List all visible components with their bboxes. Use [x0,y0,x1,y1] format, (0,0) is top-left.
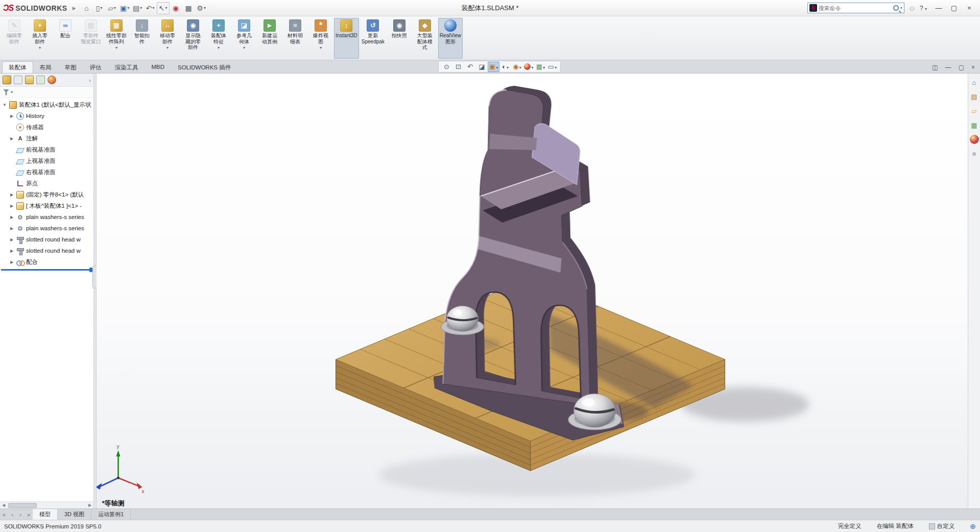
tree-horizontal-scrollbar[interactable]: ◀ ▶ [0,501,93,509]
rollback-bar[interactable] [1,269,91,271]
tree-item[interactable]: ▶ [ 木板^装配体1 ]<1> - [0,200,93,211]
ribbon-button[interactable]: 编辑零 部件 [2,18,27,59]
menu-expand-icon[interactable]: ▶ [73,6,76,11]
tree-item[interactable]: ▶ plain washers-s series [0,211,93,223]
feature-manager-tab[interactable] [25,76,34,84]
tree-item[interactable]: 前视基准面 [0,144,93,155]
dropdown-arrow-icon[interactable] [555,63,557,70]
tree-item[interactable]: ▶ plain washers-s series [0,223,93,234]
task-pane-button[interactable]: ≡ [970,149,979,158]
tree-item[interactable]: 右视基准面 [0,166,93,178]
window-control-button[interactable]: ▢ [946,2,962,15]
hud-button[interactable]: ● [523,62,535,72]
search-dropdown-icon[interactable]: ▾ [900,6,902,10]
search-input[interactable] [819,5,892,11]
doc-window-control[interactable]: — [945,64,951,71]
user-account-icon[interactable]: ☺ [909,4,916,12]
command-tab[interactable]: 草图 [58,61,83,73]
ribbon-button[interactable]: 材料明 细表 [283,18,307,59]
hud-button[interactable]: ↶ [464,62,476,72]
hud-button[interactable]: ▦ [535,62,546,72]
ribbon-button[interactable]: 显示隐 藏的零 部件 [181,18,205,59]
ribbon-button[interactable]: 爆炸视 图 [308,18,333,59]
dropdown-arrow-icon[interactable] [543,63,545,70]
ribbon-button[interactable]: 配合 [53,18,78,59]
hud-button[interactable]: ◪ [476,62,488,72]
tree-expander-icon[interactable]: ▶ [9,249,14,253]
tree-expander-icon[interactable]: ▶ [9,226,14,231]
feature-manager-tab[interactable] [14,76,22,84]
tree-expander-icon[interactable]: ▶ [9,136,14,141]
assembly-scene[interactable]: y x z *等轴测 [97,74,968,509]
tree-item[interactable]: ▼ 装配体1 (默认<默认_显示状 [0,99,93,110]
task-pane-button[interactable]: ⌂ [970,78,979,87]
filter-funnel-icon[interactable] [3,89,9,95]
scroll-left-icon[interactable]: ◀ [0,503,7,507]
tree-item[interactable]: 传感器 [0,122,93,133]
bracket-part[interactable] [434,86,624,440]
doc-window-control[interactable]: ◫ [932,64,938,71]
graphics-viewport[interactable]: y x z *等轴测 [97,74,968,509]
hud-button[interactable]: ⊙ [441,62,452,72]
filter-dropdown-icon[interactable]: ▾ [11,90,13,94]
document-tab[interactable]: 模型 [33,509,58,520]
tree-item[interactable]: ▶ slotted round head w [0,234,93,245]
task-pane-button[interactable]: ● [970,135,979,144]
ribbon-button[interactable]: 拍快照 [387,18,412,59]
hud-button[interactable]: ◉ [511,62,523,72]
quick-tool-button[interactable]: ▤ [131,2,144,14]
quick-tool-button[interactable]: ⚙ [195,2,208,14]
ribbon-button[interactable]: 零部件 预览窗口 [79,18,103,59]
dropdown-arrow-icon[interactable] [204,6,206,10]
command-tab[interactable]: 渲染工具 [108,61,145,73]
tree-expander-icon[interactable]: ▶ [9,260,14,264]
quick-tool-button[interactable]: ▱ [106,2,118,14]
command-tab[interactable]: 评估 [83,61,108,73]
tree-expander-icon[interactable]: ▶ [9,192,14,197]
quick-tool-button[interactable]: ⌂ [80,2,93,14]
ribbon-button[interactable]: 大型装 配体模 式 [413,18,437,59]
doc-window-control[interactable]: × [971,64,975,71]
document-tab[interactable]: 3D 视图 [58,509,91,520]
dropdown-arrow-icon[interactable] [507,63,509,70]
dropdown-arrow-icon[interactable] [165,6,167,10]
window-control-button[interactable]: × [962,2,977,15]
ribbon-button[interactable]: 移动零 部件 [155,18,180,59]
quick-tool-button[interactable]: ▦ [182,2,195,14]
ribbon-button[interactable]: 装配体 特征 [206,18,231,59]
feature-manager-tab[interactable] [3,76,11,84]
hud-button[interactable]: ⊡ [452,62,464,72]
document-tab[interactable]: 运动算例1 [91,509,131,520]
ribbon-button[interactable]: 新建运 动算例 [257,18,282,59]
ribbon-button[interactable]: Instant3D [334,18,359,59]
feature-manager-tab[interactable] [47,76,56,84]
help-dropdown-icon[interactable] [925,7,927,11]
dropdown-arrow-icon[interactable] [39,44,41,51]
tree-item[interactable]: ▶ 注解 [0,133,93,144]
quick-tool-button[interactable]: ◉ [170,2,182,14]
tree-expander-icon[interactable]: ▼ [2,103,7,107]
task-pane-button[interactable]: ▱ [970,106,979,115]
task-pane-button[interactable]: ▤ [970,92,979,101]
dropdown-arrow-icon[interactable] [243,44,245,51]
command-tab[interactable]: 装配体 [2,61,33,73]
dropdown-arrow-icon[interactable] [114,6,116,10]
ribbon-button[interactable]: 更新 Speedpak [360,18,386,59]
tab-nav-button[interactable]: › [16,509,25,520]
doc-window-control[interactable]: ▢ [959,64,964,71]
quick-tool-button[interactable]: ▯ [93,2,106,14]
task-pane-button[interactable]: ▦ [970,120,979,130]
tree-item[interactable]: ▶ History [0,110,93,122]
search-magnifier-icon[interactable] [893,5,899,11]
dropdown-arrow-icon[interactable] [531,63,533,70]
dropdown-arrow-icon[interactable] [115,44,117,51]
hud-button[interactable]: ▣ [488,62,499,72]
hud-button[interactable]: ◐ [499,62,511,72]
tree-item[interactable]: ▶ 配合 [0,256,93,268]
tree-item[interactable]: ▶ (固定) 零件8<1> (默认 [0,189,93,200]
tree-item[interactable]: ▶ slotted round head w [0,245,93,256]
command-tab[interactable]: SOLIDWORKS 插件 [171,61,237,73]
tree-expander-icon[interactable]: ▶ [9,237,14,242]
quick-tool-button[interactable]: ▣ [118,2,131,14]
tab-nav-button[interactable]: « [0,509,8,520]
